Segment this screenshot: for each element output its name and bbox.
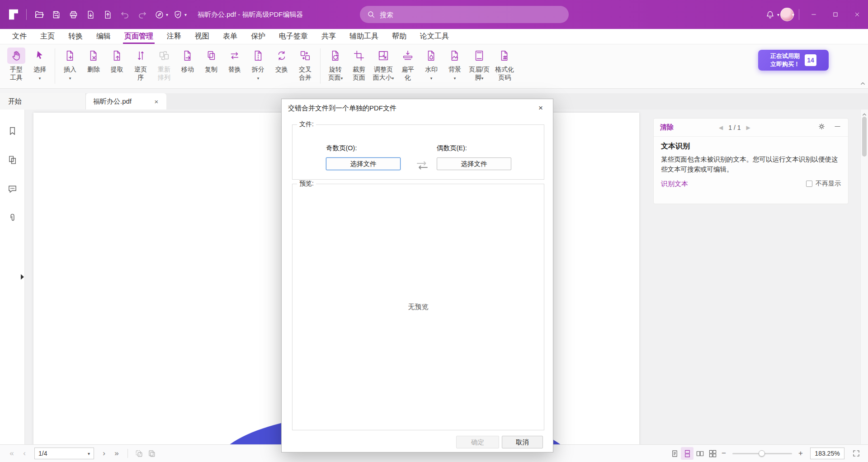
zoom-in-icon[interactable]: +: [796, 449, 806, 458]
quick-sign-icon[interactable]: [151, 5, 168, 24]
comments-panel-icon[interactable]: [5, 182, 19, 195]
ribbon-tool-select[interactable]: 选择▾: [29, 48, 50, 82]
fullscreen-fit-icon[interactable]: [850, 447, 863, 460]
next-notification-icon[interactable]: ▶: [746, 124, 750, 131]
menu-comment[interactable]: 注释: [160, 29, 188, 44]
menu-share[interactable]: 共享: [315, 29, 343, 44]
ribbon-tool-hand[interactable]: 手型工具: [6, 48, 27, 82]
cancel-button[interactable]: 取消: [502, 436, 543, 448]
dont-show-label: 不再显示: [816, 180, 841, 188]
last-page-icon[interactable]: »: [110, 449, 123, 458]
menu-view[interactable]: 视图: [188, 29, 216, 44]
print-icon[interactable]: [65, 5, 82, 24]
zoom-out-icon[interactable]: −: [719, 449, 729, 458]
ocr-clear-button[interactable]: 清除: [660, 123, 674, 132]
menu-help[interactable]: 帮助: [385, 29, 413, 44]
prev-page-icon[interactable]: ‹: [18, 449, 31, 458]
ribbon-tool-insert[interactable]: 插入▾: [60, 48, 80, 82]
menu-protect[interactable]: 保护: [244, 29, 272, 44]
buy-now-trial-button[interactable]: 正在试用期 立即购买！ 14: [758, 50, 829, 71]
create-pdf-icon[interactable]: [99, 5, 116, 24]
facing-view-icon[interactable]: [693, 447, 706, 460]
ribbon-tool-duplicate[interactable]: 复制: [201, 48, 222, 74]
undo-icon[interactable]: [116, 5, 133, 24]
ribbon-tool-extract[interactable]: 提取: [107, 48, 127, 74]
save-icon[interactable]: [47, 5, 65, 24]
choose-odd-file-button[interactable]: 选择文件: [326, 157, 401, 170]
zoom-level-field[interactable]: 183.25%: [810, 448, 844, 459]
export-pdf-icon[interactable]: [82, 5, 99, 24]
panel-expand-arrow[interactable]: [21, 274, 24, 280]
next-page-icon[interactable]: ›: [98, 449, 110, 458]
menu-file[interactable]: 文件: [5, 29, 33, 44]
search-input[interactable]: [380, 11, 561, 19]
bookmarks-panel-icon[interactable]: [5, 124, 19, 138]
menu-edit[interactable]: 编辑: [90, 29, 118, 44]
zoom-slider[interactable]: [732, 453, 792, 454]
chevron-down-icon[interactable]: ▾: [792, 12, 794, 17]
first-page-icon[interactable]: «: [5, 449, 18, 458]
ribbon-tool-header-footer[interactable]: 页眉/页脚▾: [468, 48, 491, 82]
attachments-panel-icon[interactable]: [5, 211, 19, 224]
collapse-ribbon-icon[interactable]: [859, 80, 866, 87]
swap-files-icon[interactable]: [411, 159, 434, 172]
ribbon-separator: [55, 48, 55, 84]
ribbon-tool-move[interactable]: 移动: [177, 48, 198, 74]
ribbon-tool-split[interactable]: 拆分▾: [248, 48, 269, 82]
ribbon-tool-crop-pages[interactable]: 裁剪页面: [349, 48, 369, 82]
resize-page-icon: [374, 48, 392, 64]
collapse-panel-minus-icon[interactable]: [833, 122, 842, 133]
recognize-text-link[interactable]: 识别文本: [661, 180, 688, 188]
ok-button[interactable]: 确定: [456, 436, 499, 448]
ribbon-tool-interleave-merge[interactable]: 交叉合并: [295, 48, 316, 82]
tab-document-active[interactable]: 福昕办公.pdf ×: [86, 93, 166, 110]
maximize-button[interactable]: [825, 0, 846, 29]
scrollbar-thumb[interactable]: [862, 117, 867, 157]
menu-thesis-tools[interactable]: 论文工具: [413, 29, 456, 44]
vertical-scrollbar[interactable]: [860, 110, 868, 444]
ribbon-tool-background[interactable]: 背景▾: [444, 48, 465, 82]
foxit-logo-icon[interactable]: [5, 5, 23, 24]
dont-show-checkbox[interactable]: [806, 181, 812, 187]
single-page-view-icon[interactable]: [668, 447, 681, 460]
ribbon-tool-flatten[interactable]: 扁平化: [397, 48, 418, 82]
settings-gear-icon[interactable]: [817, 122, 826, 133]
snapshot-icon[interactable]: [132, 447, 145, 460]
pages-panel-icon[interactable]: [5, 153, 19, 167]
chevron-down-icon[interactable]: ▾: [184, 12, 187, 17]
tab-close-icon[interactable]: ×: [152, 97, 161, 106]
clipboard-copy-icon[interactable]: [145, 447, 158, 460]
chevron-down-icon[interactable]: ▾: [166, 12, 168, 17]
search-box[interactable]: [360, 6, 569, 23]
redo-icon[interactable]: [133, 5, 151, 24]
chevron-down-icon[interactable]: ▾: [777, 12, 779, 17]
ribbon-tool-reverse-order[interactable]: 逆页序: [130, 48, 151, 82]
ribbon-tool-rearrange: 重新排列: [154, 48, 175, 82]
continuous-view-icon[interactable]: [681, 447, 693, 460]
ribbon-tool-replace[interactable]: 替换: [224, 48, 245, 74]
menu-accessibility[interactable]: 辅助工具: [343, 29, 385, 44]
prev-notification-icon[interactable]: ◀: [719, 124, 723, 131]
open-file-icon[interactable]: [30, 5, 47, 24]
menu-home[interactable]: 主页: [33, 29, 61, 44]
menu-form[interactable]: 表单: [216, 29, 244, 44]
menu-convert[interactable]: 转换: [61, 29, 90, 44]
ribbon-tool-watermark[interactable]: 水印▾: [421, 48, 442, 82]
notifications-bell-icon[interactable]: [762, 5, 779, 24]
menu-page-management[interactable]: 页面管理: [118, 29, 160, 44]
dialog-close-icon[interactable]: ×: [532, 101, 549, 115]
ribbon-tool-delete[interactable]: 删除: [83, 48, 104, 74]
ribbon-tool-format-page-numbers[interactable]: 格式化页码: [493, 48, 516, 82]
ribbon-tool-rotate-pages[interactable]: 旋转页面▾: [325, 48, 346, 82]
tab-start[interactable]: 开始: [0, 93, 86, 110]
close-button[interactable]: [846, 0, 868, 29]
ribbon-tool-resize-pages[interactable]: 调整页面大小▾: [372, 48, 395, 82]
menu-esign[interactable]: 电子签章: [272, 29, 315, 44]
choose-even-file-button[interactable]: 选择文件: [437, 157, 511, 170]
ribbon-tool-swap[interactable]: 交换: [271, 48, 292, 74]
facing-continuous-view-icon[interactable]: [706, 447, 719, 460]
minimize-button[interactable]: [803, 0, 825, 29]
zoom-slider-thumb[interactable]: [759, 450, 765, 457]
page-number-combo[interactable]: 1/4 ▾: [34, 448, 94, 459]
protect-shield-icon[interactable]: [169, 5, 186, 24]
